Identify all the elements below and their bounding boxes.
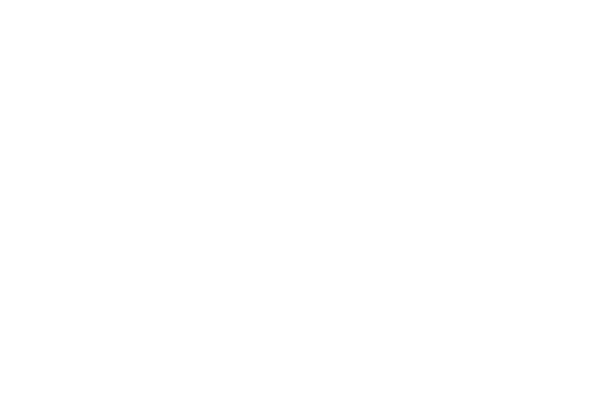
hwind-observation-plot [0,0,600,400]
map-plot[interactable] [0,0,400,400]
legend-panel [400,0,600,400]
